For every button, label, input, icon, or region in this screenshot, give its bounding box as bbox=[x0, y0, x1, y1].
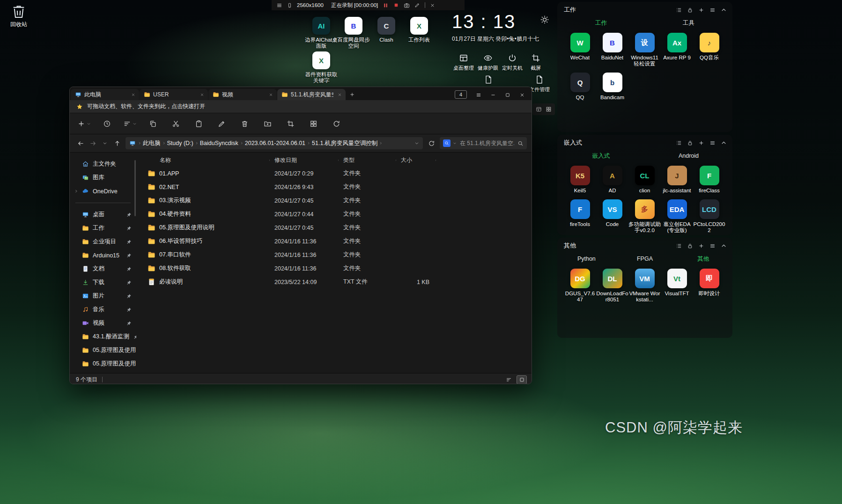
recent-button[interactable] bbox=[100, 117, 114, 131]
shortcut-component-data[interactable]: X 器件资料获取关键字 bbox=[303, 51, 339, 84]
breadcrumb-item[interactable]: Study (D:) bbox=[166, 140, 195, 146]
refresh-button[interactable] bbox=[329, 117, 343, 131]
layout-icon[interactable] bbox=[536, 106, 542, 112]
panel-tab-python[interactable]: Python bbox=[557, 256, 616, 262]
pause-icon[interactable] bbox=[383, 2, 389, 8]
breadcrumb-item[interactable]: 51.1.机房变风量空调控制 bbox=[310, 139, 379, 147]
app-shortcut-debug-assistant[interactable]: 多 多功能调试助手v0.2.0 bbox=[628, 199, 661, 234]
sidebar-scrollbar[interactable] bbox=[134, 160, 136, 216]
camera-icon[interactable] bbox=[404, 2, 410, 8]
window-menu-icon[interactable] bbox=[476, 91, 481, 98]
sidebar-item-enterprise[interactable]: 企业项目 bbox=[70, 235, 136, 248]
panel-tab-fpga[interactable]: FPGA bbox=[616, 256, 674, 262]
recorder-menu-icon[interactable] bbox=[276, 2, 282, 8]
details-view-button[interactable] bbox=[503, 375, 514, 384]
sort-button[interactable] bbox=[123, 117, 137, 131]
app-shortcut-win11-settings[interactable]: 设 Windows11轻松设置 bbox=[628, 33, 661, 67]
tab-videos[interactable]: 视频 bbox=[208, 89, 277, 100]
search-box[interactable] bbox=[440, 137, 527, 149]
breadcrumb-chevron[interactable] bbox=[162, 141, 166, 145]
sidebar-item-videos[interactable]: 视频 bbox=[70, 316, 136, 330]
tab-count-badge[interactable]: 4 bbox=[455, 90, 467, 99]
file-row[interactable]: 05.原理图及使用说明 2024/1/27 0:45 文件夹 bbox=[141, 221, 532, 234]
file-row[interactable]: 04.硬件资料 2024/1/27 0:44 文件夹 bbox=[141, 207, 532, 221]
chevron-right-icon[interactable] bbox=[74, 189, 78, 193]
copy-button[interactable] bbox=[146, 117, 160, 131]
panel-tab-embedded[interactable]: 嵌入式 bbox=[557, 152, 645, 160]
clock-widget[interactable]: 13 : 13 01月27日 星期六 癸卯•兔•腊月十七 bbox=[452, 11, 551, 43]
app-shortcut-bandicam[interactable]: b Bandicam bbox=[596, 73, 628, 101]
search-input[interactable] bbox=[459, 139, 515, 147]
utility-unknown[interactable] bbox=[475, 75, 502, 84]
rename-button[interactable] bbox=[214, 117, 229, 131]
menu-icon[interactable] bbox=[709, 243, 716, 249]
menu-icon[interactable] bbox=[709, 7, 716, 13]
app-shortcut-clion[interactable]: CL clion bbox=[628, 166, 661, 194]
collapse-icon[interactable] bbox=[721, 7, 727, 13]
add-icon[interactable] bbox=[698, 140, 704, 146]
sidebar-item-documents[interactable]: 文档 bbox=[70, 262, 136, 276]
thumbnail-view-button[interactable] bbox=[517, 375, 527, 384]
crop-button[interactable] bbox=[283, 117, 297, 131]
app-shortcut-pctolcd[interactable]: LCD PCtoLCD2002 bbox=[693, 199, 725, 234]
view-button[interactable] bbox=[306, 117, 320, 131]
shortcut-clash[interactable]: C Clash bbox=[369, 17, 404, 43]
quick-layout-icon[interactable] bbox=[676, 243, 682, 249]
panel-tab-tools[interactable]: 工具 bbox=[645, 19, 732, 27]
panel-tab-work[interactable]: 工作 bbox=[557, 19, 645, 27]
sidebar-item-pictures[interactable]: 图片 bbox=[70, 289, 136, 303]
quick-layout-icon[interactable] bbox=[676, 140, 682, 146]
app-shortcut-jsdesign[interactable]: 即 即时设计 bbox=[693, 269, 725, 303]
new-button[interactable] bbox=[77, 117, 91, 131]
sidebar-item-desktop[interactable]: 桌面 bbox=[70, 208, 136, 221]
sidebar-item-gallery[interactable]: 图库 bbox=[70, 171, 136, 184]
app-shortcut-fireclass[interactable]: F fireClass bbox=[693, 166, 725, 194]
tab-close-icon[interactable] bbox=[199, 91, 205, 98]
add-icon[interactable] bbox=[698, 243, 704, 249]
app-shortcut-visualtft[interactable]: Vt VisualTFT bbox=[661, 269, 693, 303]
forward-button[interactable] bbox=[87, 137, 99, 149]
maximize-icon[interactable] bbox=[505, 91, 510, 98]
add-icon[interactable] bbox=[698, 7, 704, 13]
breadcrumb-item[interactable]: 此电脑 bbox=[141, 139, 162, 147]
sidebar-item-schematics-2[interactable]: 05.原理图及使用 bbox=[70, 357, 136, 371]
file-row[interactable]: 03.演示视频 2024/1/27 0:45 文件夹 bbox=[141, 194, 532, 207]
file-row[interactable]: 07.串口软件 2024/1/16 11:36 文件夹 bbox=[141, 248, 532, 262]
utility-scheduled-shutdown[interactable]: 定时关机 bbox=[499, 53, 525, 72]
column-date[interactable]: 修改日期 bbox=[270, 156, 339, 164]
breadcrumb-chevron[interactable] bbox=[240, 141, 244, 145]
breadcrumb-item[interactable]: BaiduSyncdisk bbox=[199, 140, 240, 146]
utility-eye-care[interactable]: 健康护眼 bbox=[475, 53, 501, 72]
app-shortcut-dgus[interactable]: DG DGUS_V7.647 bbox=[564, 269, 596, 303]
search-engine-icon[interactable] bbox=[443, 139, 451, 147]
grid-icon[interactable] bbox=[546, 106, 552, 112]
shortcut-aichat[interactable]: AI 边界AIChat桌面版 bbox=[303, 17, 339, 49]
pencil-icon[interactable] bbox=[414, 2, 420, 8]
delete-button[interactable] bbox=[237, 117, 251, 131]
tab-close-icon[interactable] bbox=[130, 91, 136, 98]
tab-close-icon[interactable] bbox=[336, 91, 343, 98]
app-shortcut-jlc-assistant[interactable]: J jlc-assistant bbox=[661, 166, 693, 194]
app-shortcut-axure[interactable]: Ax Axure RP 9 bbox=[661, 33, 693, 67]
quick-layout-icon[interactable] bbox=[676, 7, 682, 13]
sidebar-item-work[interactable]: 工作 bbox=[70, 221, 136, 235]
refresh-address-button[interactable] bbox=[425, 137, 437, 149]
panel-tab-other[interactable]: 其他 bbox=[674, 255, 732, 263]
breadcrumb-chevron[interactable] bbox=[307, 141, 310, 145]
minimize-icon[interactable] bbox=[490, 91, 496, 98]
utility-screenshot[interactable]: 截屏 bbox=[523, 53, 549, 72]
column-name[interactable]: 名称 bbox=[141, 156, 270, 164]
breadcrumb[interactable]: 此电脑 Study (D:) BaiduSyncdisk 2023.06.01-… bbox=[126, 137, 423, 149]
app-shortcut-baidunet[interactable]: B BaiduNet bbox=[596, 33, 628, 67]
back-button[interactable] bbox=[74, 137, 87, 149]
close-icon[interactable] bbox=[519, 91, 525, 98]
tab-current-folder[interactable]: 51.1.机房变风量空 bbox=[277, 89, 346, 100]
brightness-sun-icon[interactable] bbox=[540, 15, 549, 24]
new-folder-button[interactable] bbox=[260, 117, 274, 131]
new-tab-button[interactable] bbox=[346, 89, 358, 100]
tab-this-pc[interactable]: 此电脑 bbox=[71, 89, 139, 100]
breadcrumb-chevron[interactable] bbox=[195, 141, 199, 145]
close-icon[interactable] bbox=[430, 3, 435, 8]
app-shortcut-jlceda[interactable]: EDA 嘉立创EDA(专业版) bbox=[661, 199, 693, 234]
menu-icon[interactable] bbox=[709, 140, 716, 146]
